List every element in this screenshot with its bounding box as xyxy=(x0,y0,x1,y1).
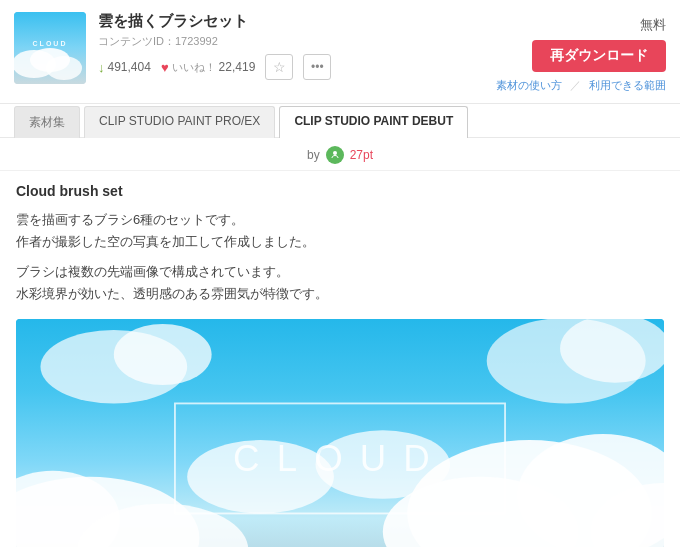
more-button[interactable]: ••• xyxy=(303,54,331,80)
item-title: 雲を描くブラシセット xyxy=(98,12,248,31)
by-row: by 27pt xyxy=(0,138,680,171)
tab-sozaishuu[interactable]: 素材集 xyxy=(14,106,80,138)
content-id-label: コンテンツID： xyxy=(98,35,175,47)
tab-debut[interactable]: CLIP STUDIO PAINT DEBUT xyxy=(279,106,468,138)
like-count: 22,419 xyxy=(219,60,256,74)
tabs-section: 素材集 CLIP STUDIO PAINT PRO/EX CLIP STUDIO… xyxy=(0,106,680,138)
header-section: CLOUD 雲を描くブラシセット コンテンツID：1723992 ↓ 491,4… xyxy=(0,0,680,104)
download-stat-icon: ↓ xyxy=(98,60,105,75)
like-stat: ♥ いいね！ 22,419 xyxy=(161,60,255,75)
svg-point-8 xyxy=(114,324,212,385)
item-thumbnail: CLOUD xyxy=(14,12,86,84)
header-right: 無料 再ダウンロード 素材の使い方 ／ 利用できる範囲 xyxy=(496,12,666,93)
heart-icon: ♥ xyxy=(161,60,169,75)
star-button[interactable]: ☆ xyxy=(265,54,293,80)
content-desc-1: 雲を描画するブラシ6種のセットです。 作者が撮影した空の写真を加工して作成しまし… xyxy=(16,209,664,253)
stats-row: ↓ 491,404 ♥ いいね！ 22,419 ☆ ••• xyxy=(98,54,484,80)
download-count: 491,404 xyxy=(108,60,151,74)
download-stat: ↓ 491,404 xyxy=(98,60,151,75)
like-label: いいね！ xyxy=(172,60,216,75)
links-row: 素材の使い方 ／ 利用できる範囲 xyxy=(496,78,666,93)
svg-point-5 xyxy=(333,151,337,155)
usage-link[interactable]: 素材の使い方 xyxy=(496,78,562,93)
title-row: 雲を描くブラシセット xyxy=(98,12,484,31)
content-section: Cloud brush set 雲を描画するブラシ6種のセットです。 作者が撮影… xyxy=(0,171,680,547)
author-icon[interactable] xyxy=(326,146,344,164)
preview-image: CLOUD xyxy=(16,319,664,547)
author-points: 27pt xyxy=(350,148,373,162)
link-separator: ／ xyxy=(570,78,581,93)
svg-text:CLOUD: CLOUD xyxy=(33,40,68,47)
content-english-title: Cloud brush set xyxy=(16,183,664,199)
tab-pro-ex[interactable]: CLIP STUDIO PAINT PRO/EX xyxy=(84,106,275,138)
svg-text:CLOUD: CLOUD xyxy=(233,438,447,479)
download-button[interactable]: 再ダウンロード xyxy=(532,40,666,72)
price-label: 無料 xyxy=(640,16,666,34)
content-id-value: 1723992 xyxy=(175,35,218,47)
header-info: 雲を描くブラシセット コンテンツID：1723992 ↓ 491,404 ♥ い… xyxy=(98,12,484,80)
page-wrapper: CLOUD 雲を描くブラシセット コンテンツID：1723992 ↓ 491,4… xyxy=(0,0,680,547)
content-id-row: コンテンツID：1723992 xyxy=(98,34,484,49)
svg-point-3 xyxy=(30,48,70,72)
content-desc-2: ブラシは複数の先端画像で構成されています。 水彩境界が効いた、透明感のある雰囲気… xyxy=(16,261,664,305)
region-link[interactable]: 利用できる範囲 xyxy=(589,78,666,93)
by-label: by xyxy=(307,148,320,162)
